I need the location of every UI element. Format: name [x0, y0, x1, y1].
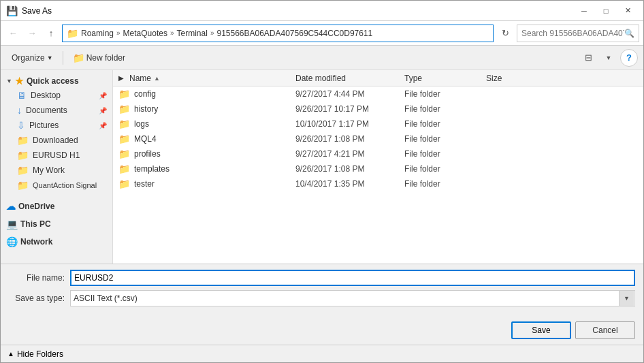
address-path[interactable]: 📁 Roaming » MetaQuotes » Terminal » 9155… [62, 25, 494, 42]
title-bar-left: 💾 Save As [6, 5, 52, 16]
file-type: File folder [404, 104, 486, 114]
thispc-item[interactable]: 💻 This PC [1, 216, 112, 231]
sidebar-item-quantaction[interactable]: 📁 QuantAction Signal [1, 178, 112, 193]
table-row[interactable]: 📁 tester 10/4/2017 1:35 PM File folder [113, 176, 643, 191]
chevron-down-icon: ▼ [6, 78, 12, 84]
savetype-select[interactable]: ASCII Text (*.csv) [70, 290, 635, 306]
file-date: 10/10/2017 1:17 PM [295, 119, 404, 129]
path-folder-icon: 📁 [67, 28, 78, 39]
expand-all-icon: ▶ [118, 74, 124, 82]
desktop-icon: 🖥 [17, 90, 27, 101]
address-bar: ← → ↑ 📁 Roaming » MetaQuotes » Terminal … [1, 21, 643, 46]
file-date: 10/4/2017 1:35 PM [295, 179, 404, 189]
path-segment-roaming: Roaming [81, 29, 114, 38]
search-input[interactable] [521, 29, 624, 38]
bottom-section: File name: Save as type: ASCII Text (*.c… [1, 264, 643, 316]
col-size-header[interactable]: Size [486, 74, 541, 83]
pin-icon-docs: 📌 [99, 107, 107, 114]
toolbar-right: ⊟ ▼ ? [579, 49, 638, 67]
file-type: File folder [404, 179, 486, 189]
sort-arrow-icon: ▲ [154, 75, 160, 82]
table-row[interactable]: 📁 MQL4 9/26/2017 1:08 PM File folder [113, 131, 643, 146]
back-button[interactable]: ← [5, 25, 21, 42]
pictures-icon: ⇩ [17, 120, 25, 131]
quick-access-header[interactable]: ▼ ★ Quick access [1, 73, 112, 88]
view-dropdown-button[interactable]: ▼ [600, 49, 617, 67]
close-button[interactable]: ✕ [617, 4, 638, 18]
sidebar-quantaction-label: QuantAction Signal [33, 181, 97, 189]
path-arrow-1: » [116, 29, 120, 37]
file-date: 9/26/2017 1:08 PM [295, 164, 404, 174]
sidebar-item-desktop[interactable]: 🖥 Desktop 📌 [1, 88, 112, 103]
organize-label: Organize [12, 53, 45, 63]
sidebar-item-documents[interactable]: ↓ Documents 📌 [1, 103, 112, 118]
quantaction-icon: 📁 [17, 180, 29, 191]
savetype-select-wrapper: ASCII Text (*.csv) ▼ [70, 290, 635, 306]
file-name-text: MQL4 [134, 134, 157, 144]
folder-icon: 📁 [118, 119, 130, 129]
file-type: File folder [404, 89, 486, 99]
table-row[interactable]: 📁 config 9/27/2017 4:44 PM File folder [113, 86, 643, 101]
filename-row: File name: [9, 270, 635, 286]
path-segment-terminal: Terminal [177, 29, 208, 38]
hide-folders-bar[interactable]: ▲ Hide Folders [1, 345, 643, 362]
sidebar-item-downloaded[interactable]: 📁 Downloaded [1, 133, 112, 148]
file-type: File folder [404, 134, 486, 144]
table-row[interactable]: 📁 logs 10/10/2017 1:17 PM File folder [113, 116, 643, 131]
help-button[interactable]: ? [620, 49, 638, 67]
sidebar-downloaded-label: Downloaded [33, 136, 78, 145]
sidebar: ▼ ★ Quick access 🖥 Desktop 📌 ↓ Documents… [1, 70, 113, 264]
table-row[interactable]: 📁 profiles 9/27/2017 4:21 PM File folder [113, 146, 643, 161]
col-type-header[interactable]: Type [404, 74, 486, 83]
mywork-icon: 📁 [17, 165, 29, 176]
documents-icon: ↓ [17, 105, 22, 116]
network-item[interactable]: 🌐 Network [1, 234, 112, 249]
thispc-icon: 💻 [6, 219, 18, 230]
folder-icon: 📁 [118, 133, 130, 144]
savetype-row: Save as type: ASCII Text (*.csv) ▼ [9, 290, 635, 306]
onedrive-item[interactable]: ☁ OneDrive [1, 198, 112, 213]
up-button[interactable]: ↑ [43, 25, 59, 42]
maximize-button[interactable]: □ [596, 4, 616, 18]
minimize-button[interactable]: ─ [574, 4, 594, 18]
cancel-button[interactable]: Cancel [575, 321, 635, 339]
sidebar-item-mywork[interactable]: 📁 My Work [1, 163, 112, 178]
title-bar: 💾 Save As ─ □ ✕ [1, 1, 643, 21]
search-icon: 🔍 [624, 29, 634, 38]
folder-icon: 📁 [118, 178, 130, 189]
organize-button[interactable]: Organize ▼ [6, 49, 59, 67]
file-type: File folder [404, 164, 486, 174]
filename-label: File name: [9, 273, 70, 283]
sidebar-documents-label: Documents [26, 106, 67, 115]
network-label: Network [20, 237, 52, 247]
file-date: 9/27/2017 4:21 PM [295, 149, 404, 159]
file-type: File folder [404, 149, 486, 159]
sidebar-pictures-label: Pictures [29, 121, 59, 130]
filename-input[interactable] [70, 270, 635, 286]
col-name-label: Name [129, 74, 151, 83]
pin-icon: 📌 [99, 92, 107, 99]
table-row[interactable]: 📁 history 9/26/2017 10:17 PM File folder [113, 101, 643, 116]
action-section: Save Cancel [1, 316, 643, 345]
thispc-label: This PC [20, 219, 51, 229]
path-arrow-2: » [170, 29, 174, 37]
save-button[interactable]: Save [511, 321, 571, 339]
col-name-header[interactable]: ▶ Name ▲ [118, 74, 295, 83]
sidebar-item-eurusd[interactable]: 📁 EURUSD H1 [1, 148, 112, 163]
network-icon: 🌐 [6, 236, 18, 247]
refresh-button[interactable]: ↻ [496, 25, 514, 42]
table-row[interactable]: 📁 templates 9/26/2017 1:08 PM File folde… [113, 161, 643, 176]
forward-button[interactable]: → [24, 25, 40, 42]
folder-icon: 📁 [118, 163, 130, 174]
quick-access-label: Quick access [27, 76, 79, 86]
file-name-text: logs [134, 119, 149, 129]
folder-icon: 📁 [118, 104, 130, 114]
col-date-header[interactable]: Date modified [295, 74, 404, 83]
sidebar-item-pictures[interactable]: ⇩ Pictures 📌 [1, 118, 112, 133]
downloaded-icon: 📁 [17, 135, 29, 146]
view-toggle-button[interactable]: ⊟ [579, 49, 597, 67]
file-name-text: config [134, 89, 156, 99]
toolbar: Organize ▼ 📁 New folder ⊟ ▼ ? [1, 46, 643, 70]
new-folder-button[interactable]: 📁 New folder [67, 49, 131, 67]
savetype-label: Save as type: [9, 294, 70, 303]
